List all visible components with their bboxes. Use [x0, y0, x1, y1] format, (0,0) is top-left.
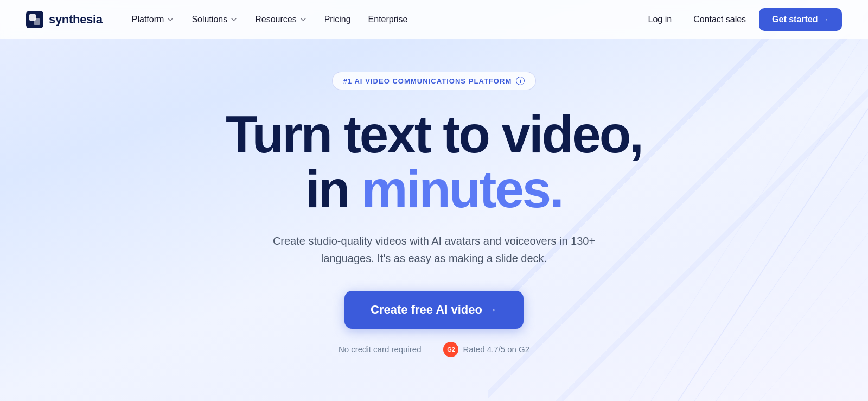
g2-logo: G2	[443, 342, 458, 357]
hero-title-highlight: minutes.	[361, 160, 563, 218]
nav-right: Log in Contact sales Get started →	[640, 8, 842, 31]
hero-badge: #1 AI VIDEO COMMUNICATIONS PLATFORM i	[332, 72, 537, 90]
hero-section: #1 AI VIDEO COMMUNICATIONS PLATFORM i Tu…	[0, 39, 868, 357]
navbar: synthesia Platform Solutions Resources P…	[0, 0, 868, 39]
get-started-button[interactable]: Get started →	[759, 8, 842, 31]
logo-icon	[26, 11, 43, 28]
hero-title: Turn text to video, in minutes.	[226, 107, 642, 217]
login-button[interactable]: Log in	[640, 10, 681, 29]
no-credit-card-text: No credit card required	[339, 345, 422, 354]
chevron-down-icon	[230, 16, 238, 23]
chevron-down-icon	[167, 16, 174, 23]
rating-text: Rated 4.7/5 on G2	[463, 345, 529, 354]
svg-rect-9	[34, 18, 40, 25]
nav-item-platform[interactable]: Platform	[124, 10, 182, 29]
nav-item-pricing[interactable]: Pricing	[317, 10, 359, 29]
nav-item-enterprise[interactable]: Enterprise	[361, 10, 416, 29]
hero-subtitle: Create studio-quality videos with AI ava…	[266, 232, 602, 267]
contact-sales-button[interactable]: Contact sales	[685, 10, 755, 29]
badge-text: #1 AI VIDEO COMMUNICATIONS PLATFORM	[343, 77, 512, 85]
logo[interactable]: synthesia	[26, 11, 103, 28]
cta-button[interactable]: Create free AI video →	[344, 291, 524, 329]
chevron-down-icon	[299, 16, 307, 23]
divider	[432, 344, 432, 355]
nav-item-resources[interactable]: Resources	[247, 10, 314, 29]
nav-links: Platform Solutions Resources Pricing Ent…	[124, 10, 640, 29]
hero-title-line1: Turn text to video,	[226, 105, 642, 163]
logo-text: synthesia	[49, 12, 103, 27]
info-icon[interactable]: i	[516, 77, 525, 85]
hero-title-line2: in	[305, 160, 361, 218]
g2-rating: G2 Rated 4.7/5 on G2	[443, 342, 529, 357]
nav-item-solutions[interactable]: Solutions	[184, 10, 245, 29]
social-proof: No credit card required G2 Rated 4.7/5 o…	[339, 342, 529, 357]
